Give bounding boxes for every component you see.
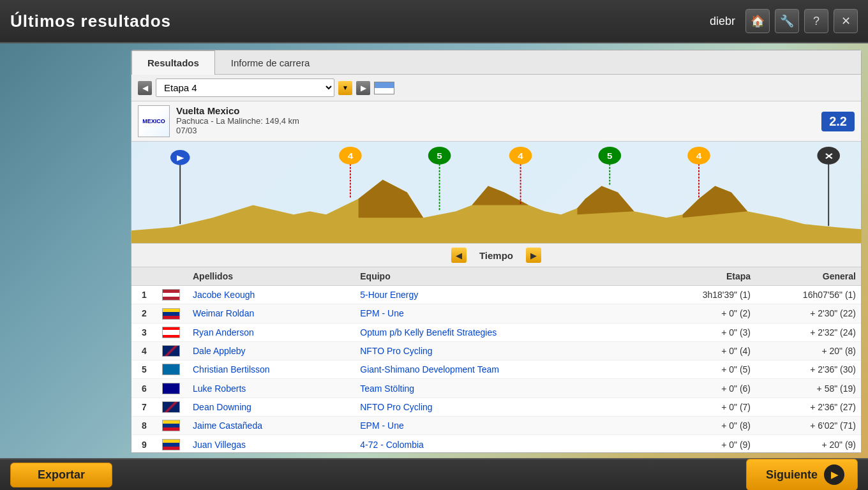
table-row: 7 Dean Downing NFTO Pro Cycling + 0" (7)… <box>131 397 861 416</box>
table-row: 5 Christian Bertilsson Giant-Shimano Dev… <box>131 360 861 379</box>
stage-select[interactable]: Etapa 1 Etapa 2 Etapa 3 Etapa 4 Etapa 5 <box>156 78 334 97</box>
cell-flag <box>157 341 188 360</box>
siguiente-button[interactable]: Siguiente ▶ <box>746 459 858 490</box>
team-name-link[interactable]: 4-72 - Colombia <box>360 440 424 450</box>
cell-general: + 2'32" (24) <box>756 323 861 341</box>
cell-flag <box>157 286 188 304</box>
cell-name: Jacobe Keough <box>188 286 355 304</box>
race-info: MEXICO Vuelta Mexico Pachuca - La Malinc… <box>131 101 861 142</box>
team-name-link[interactable]: Team Stölting <box>360 383 414 394</box>
rider-name-link[interactable]: Jaime Castañeda <box>193 420 262 431</box>
svg-text:4: 4 <box>518 152 523 160</box>
rider-name-link[interactable]: Dale Appleby <box>193 346 246 356</box>
col-pos <box>131 267 157 286</box>
cell-team: 5-Hour Energy <box>355 286 659 304</box>
export-button[interactable]: Exportar <box>10 463 112 487</box>
cell-pos: 8 <box>131 417 157 435</box>
rider-name-link[interactable]: Ryan Anderson <box>193 327 254 338</box>
rider-name-link[interactable]: Christian Bertilsson <box>193 364 270 375</box>
cell-general: + 2'30" (22) <box>756 304 861 323</box>
cell-etapa: 3h18'39" (1) <box>659 286 756 304</box>
cell-name: Jaime Castañeda <box>188 417 355 435</box>
team-name-link[interactable]: 5-Hour Energy <box>360 290 418 300</box>
team-name-link[interactable]: Giant-Shimano Development Team <box>360 364 499 375</box>
rider-name-link[interactable]: Luke Roberts <box>193 383 246 394</box>
time-navigation: ◀ Tiempo ▶ <box>131 244 861 267</box>
bottom-bar: Exportar Siguiente ▶ <box>0 458 868 490</box>
table-row: 8 Jaime Castañeda EPM - Une + 0" (8) + 6… <box>131 417 861 435</box>
table-row: 3 Ryan Anderson Optum p/b Kelly Benefit … <box>131 323 861 341</box>
col-flag <box>157 267 188 286</box>
svg-text:5: 5 <box>607 152 613 160</box>
flag-icon <box>162 383 180 394</box>
cell-pos: 1 <box>131 286 157 304</box>
cell-pos: 4 <box>131 341 157 360</box>
svg-text:▶: ▶ <box>177 154 184 161</box>
cell-etapa: + 0" (2) <box>659 304 756 323</box>
team-name-link[interactable]: EPM - Une <box>360 420 403 431</box>
help-button[interactable]: ? <box>804 9 828 33</box>
table-row: 9 Juan Villegas 4-72 - Colombia + 0" (9)… <box>131 435 861 452</box>
race-date: 07/03 <box>176 126 815 135</box>
close-button[interactable]: ✕ <box>834 9 858 33</box>
cell-team: 4-72 - Colombia <box>355 435 659 452</box>
stage-dropdown-button[interactable]: ▼ <box>338 81 352 95</box>
cell-etapa: + 0" (6) <box>659 379 756 397</box>
siguiente-play-icon: ▶ <box>824 464 844 485</box>
team-name-link[interactable]: NFTO Pro Cycling <box>360 346 432 356</box>
race-logo: MEXICO <box>138 105 170 137</box>
stage-prev-button[interactable]: ◀ <box>138 81 152 95</box>
cell-pos: 3 <box>131 323 157 341</box>
time-next-button[interactable]: ▶ <box>526 248 541 263</box>
cell-general: + 20" (9) <box>756 435 861 452</box>
cell-etapa: + 0" (4) <box>659 341 756 360</box>
cell-team: EPM - Une <box>355 417 659 435</box>
home-button[interactable]: 🏠 <box>745 9 770 33</box>
rider-name-link[interactable]: Juan Villegas <box>193 440 246 450</box>
flag-icon <box>162 439 180 450</box>
cell-pos: 7 <box>131 397 157 416</box>
cell-name: Weimar Roldan <box>188 304 355 323</box>
rider-name-link[interactable]: Dean Downing <box>193 402 251 412</box>
rider-name-link[interactable]: Jacobe Keough <box>193 290 255 300</box>
tab-informe[interactable]: Informe de carrera <box>215 50 326 75</box>
table-row: 4 Dale Appleby NFTO Pro Cycling + 0" (4)… <box>131 341 861 360</box>
cell-etapa: + 0" (5) <box>659 360 756 379</box>
cell-name: Juan Villegas <box>188 435 355 452</box>
siguiente-label: Siguiente <box>766 468 818 482</box>
profile-chart: ▶ 4 5 4 5 4 ✕ <box>131 142 861 243</box>
rider-name-link[interactable]: Weimar Roldan <box>193 308 254 318</box>
table-row: 6 Luke Roberts Team Stölting + 0" (6) + … <box>131 379 861 397</box>
stage-selector-row: ◀ Etapa 1 Etapa 2 Etapa 3 Etapa 4 Etapa … <box>131 75 861 101</box>
svg-text:4: 4 <box>696 152 702 160</box>
table-row: 2 Weimar Roldan EPM - Une + 0" (2) + 2'3… <box>131 304 861 323</box>
cell-pos: 9 <box>131 435 157 452</box>
cell-flag <box>157 360 188 379</box>
team-name-link[interactable]: NFTO Pro Cycling <box>360 402 432 412</box>
stage-flag <box>374 82 394 94</box>
flag-icon <box>162 420 180 431</box>
col-general: General <box>756 267 861 286</box>
results-table: Apellidos Equipo Etapa General 1 Jacobe … <box>131 267 861 452</box>
team-name-link[interactable]: EPM - Une <box>360 308 403 318</box>
cell-flag <box>157 435 188 452</box>
svg-text:5: 5 <box>437 152 442 160</box>
cell-flag <box>157 417 188 435</box>
results-container[interactable]: Apellidos Equipo Etapa General 1 Jacobe … <box>131 267 861 452</box>
app-title: Últimos resultados <box>10 11 171 31</box>
cell-team: Team Stölting <box>355 379 659 397</box>
table-row: 1 Jacobe Keough 5-Hour Energy 3h18'39" (… <box>131 286 861 304</box>
stage-next-button[interactable]: ▶ <box>356 81 370 95</box>
time-prev-button[interactable]: ◀ <box>451 248 467 263</box>
cell-flag <box>157 379 188 397</box>
stage-profile: ▶ 4 5 4 5 4 ✕ <box>131 142 861 244</box>
cell-team: Giant-Shimano Development Team <box>355 360 659 379</box>
cell-general: + 58" (19) <box>756 379 861 397</box>
title-right-controls: diebr 🏠 🔧 ? ✕ <box>710 9 858 33</box>
svg-text:4: 4 <box>348 152 354 160</box>
settings-button[interactable]: 🔧 <box>775 9 799 33</box>
cell-general: + 2'36" (30) <box>756 360 861 379</box>
cell-general: + 2'36" (27) <box>756 397 861 416</box>
team-name-link[interactable]: Optum p/b Kelly Benefit Strategies <box>360 327 497 338</box>
tab-resultados[interactable]: Resultados <box>131 50 215 75</box>
